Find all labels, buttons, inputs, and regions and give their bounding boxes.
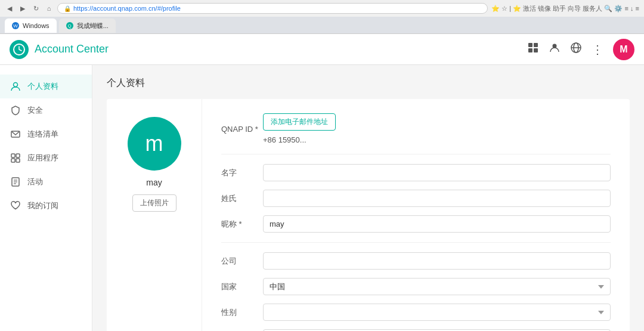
nickname-row: 昵称 * bbox=[221, 215, 611, 233]
sidebar-item-contacts[interactable]: 连络清单 bbox=[0, 122, 92, 146]
firstname-row: 名字 bbox=[221, 164, 611, 181]
header-avatar[interactable]: M bbox=[613, 39, 634, 60]
browser-action-icons: ⭐ ☆ | ⭐ 激活 镜像 助手 向导 服务人 🔍 ⚙️ ≡ ↓ ≡ bbox=[491, 4, 639, 13]
company-label: 公司 bbox=[221, 256, 263, 267]
svg-rect-12 bbox=[16, 154, 20, 157]
sidebar-item-profile[interactable]: 个人资料 bbox=[0, 75, 92, 98]
nickname-input[interactable] bbox=[263, 215, 611, 233]
tab-favicon-windows: W bbox=[12, 22, 19, 29]
username-label: may bbox=[146, 178, 162, 187]
divider2 bbox=[221, 242, 611, 243]
sidebar-item-activity[interactable]: 活动 bbox=[0, 170, 92, 194]
tab-windows-label: Windows bbox=[23, 22, 49, 29]
avatar-letter: m bbox=[145, 131, 163, 156]
page-title: 个人资料 bbox=[107, 77, 630, 89]
more-icon[interactable]: ⋮ bbox=[592, 42, 603, 57]
apps-icon bbox=[10, 152, 21, 164]
add-email-button[interactable]: 添加电子邮件地址 bbox=[263, 113, 336, 131]
avatar-circle: m bbox=[128, 117, 181, 171]
grid-icon[interactable] bbox=[527, 42, 539, 57]
firstname-field bbox=[263, 164, 611, 181]
profile-right-panel: QNAP ID * 添加电子邮件地址 +86 15950... 名字 bbox=[202, 99, 630, 331]
main-content: 个人资料 m may 上传照片 QNAP ID * 添加电子邮件地址 bbox=[92, 65, 644, 331]
divider1 bbox=[221, 154, 611, 154]
country-field: 中国 美国 日本 韩国 bbox=[263, 278, 611, 295]
address-bar[interactable]: 🔒 https://account.qnap.com.cn/#/profile bbox=[57, 3, 488, 14]
globe-icon[interactable] bbox=[570, 42, 582, 57]
gender-row: 性别 男 女 bbox=[221, 304, 611, 321]
tab-butterfly-label: 我成蝴蝶... bbox=[77, 21, 109, 30]
profile-card: m may 上传照片 QNAP ID * 添加电子邮件地址 +86 15950.… bbox=[107, 99, 630, 331]
tabs-bar: W Windows Q 我成蝴蝶... bbox=[0, 17, 644, 33]
profile-left-panel: m may 上传照片 bbox=[107, 99, 202, 331]
lastname-label: 姓氏 bbox=[221, 193, 263, 204]
svg-rect-14 bbox=[16, 159, 20, 162]
lastname-row: 姓氏 bbox=[221, 190, 611, 207]
reload-btn[interactable]: ↻ bbox=[31, 4, 41, 13]
firstname-label: 名字 bbox=[221, 168, 263, 178]
app-logo bbox=[10, 40, 29, 59]
company-row: 公司 bbox=[221, 252, 611, 270]
address-text: https://account.qnap.com.cn/#/profile bbox=[73, 5, 181, 12]
country-select[interactable]: 中国 美国 日本 韩国 bbox=[263, 278, 611, 295]
lastname-input[interactable] bbox=[263, 190, 611, 207]
svg-point-9 bbox=[14, 83, 18, 87]
tab-favicon-butterfly: Q bbox=[66, 22, 73, 29]
nickname-label: 昵称 * bbox=[221, 219, 263, 230]
shield-icon bbox=[10, 104, 21, 116]
profile-icon bbox=[10, 81, 21, 92]
country-label: 国家 bbox=[221, 281, 263, 292]
firstname-input[interactable] bbox=[263, 164, 611, 181]
sidebar-label-contacts: 连络清单 bbox=[27, 129, 58, 140]
app-header: Account Center ⋮ M bbox=[0, 34, 644, 65]
tab-windows[interactable]: W Windows bbox=[5, 18, 57, 33]
sidebar-item-subscriptions[interactable]: 我的订阅 bbox=[0, 194, 92, 218]
nickname-field bbox=[263, 215, 611, 233]
svg-rect-2 bbox=[534, 43, 538, 47]
phone-display: +86 15950... bbox=[263, 135, 611, 144]
gender-select[interactable]: 男 女 bbox=[263, 304, 611, 321]
country-row: 国家 中国 美国 日本 韩国 bbox=[221, 278, 611, 295]
svg-rect-3 bbox=[528, 48, 532, 52]
gender-field: 男 女 bbox=[263, 304, 611, 321]
tab-butterfly[interactable]: Q 我成蝴蝶... bbox=[59, 18, 116, 33]
sidebar-label-subscriptions: 我的订阅 bbox=[27, 200, 58, 211]
svg-rect-13 bbox=[11, 159, 15, 162]
sidebar: 个人资料 安全 连络清单 应用程序 活动 bbox=[0, 65, 92, 331]
activity-icon bbox=[10, 176, 21, 188]
upload-photo-button[interactable]: 上传照片 bbox=[132, 194, 177, 212]
qnap-id-row: QNAP ID * 添加电子邮件地址 +86 15950... bbox=[221, 113, 611, 144]
gender-label: 性别 bbox=[221, 307, 263, 318]
mail-icon bbox=[10, 128, 21, 140]
app-body: 个人资料 安全 连络清单 应用程序 活动 bbox=[0, 65, 644, 331]
svg-rect-1 bbox=[528, 43, 532, 47]
qnap-id-label: QNAP ID * bbox=[221, 125, 263, 134]
company-field bbox=[263, 252, 611, 270]
sidebar-label-profile: 个人资料 bbox=[27, 81, 58, 92]
sidebar-label-security: 安全 bbox=[27, 105, 43, 116]
back-btn[interactable]: ◀ bbox=[5, 4, 14, 13]
browser-chrome: ◀ ▶ ↻ ⌂ 🔒 https://account.qnap.com.cn/#/… bbox=[0, 0, 644, 34]
svg-rect-11 bbox=[11, 154, 15, 157]
home-btn[interactable]: ⌂ bbox=[44, 4, 54, 13]
sidebar-label-apps: 应用程序 bbox=[27, 153, 58, 163]
sidebar-label-activity: 活动 bbox=[27, 177, 43, 187]
lastname-field bbox=[263, 190, 611, 207]
company-input[interactable] bbox=[263, 252, 611, 270]
forward-btn[interactable]: ▶ bbox=[18, 4, 27, 13]
svg-rect-4 bbox=[534, 48, 538, 52]
heart-icon bbox=[10, 200, 21, 212]
sidebar-item-apps[interactable]: 应用程序 bbox=[0, 146, 92, 170]
header-icons: ⋮ M bbox=[527, 39, 634, 60]
app-title: Account Center bbox=[35, 43, 109, 55]
person-icon[interactable] bbox=[549, 42, 561, 57]
browser-actions: ⭐ ☆ | ⭐ 激活 镜像 助手 向导 服务人 🔍 ⚙️ ≡ ↓ ≡ bbox=[491, 4, 639, 13]
sidebar-item-security[interactable]: 安全 bbox=[0, 98, 92, 122]
qnap-id-field: 添加电子邮件地址 +86 15950... bbox=[263, 113, 611, 144]
browser-toolbar: ◀ ▶ ↻ ⌂ 🔒 https://account.qnap.com.cn/#/… bbox=[0, 0, 644, 17]
lock-icon: 🔒 bbox=[64, 5, 71, 12]
